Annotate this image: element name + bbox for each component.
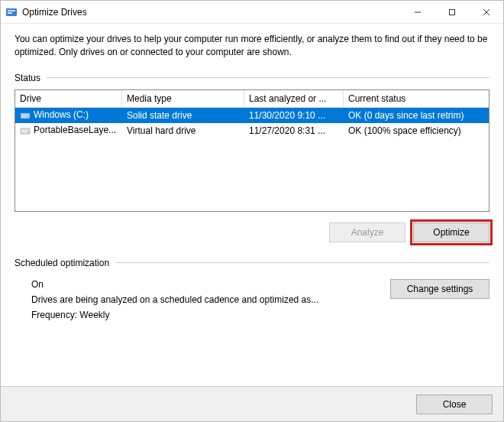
drives-listview[interactable]: Drive Media type Last analyzed or ... Cu… [15,89,489,212]
svg-rect-4 [449,9,454,15]
drive-icon [20,125,31,136]
cell-last: 11/27/2020 8:31 ... [244,125,344,136]
status-button-row: Analyze Optimize [15,222,489,242]
scheduled-detail: Drives are being analyzed on a scheduled… [31,294,390,305]
close-window-button[interactable] [469,1,503,23]
window-title: Optimize Drives [22,7,400,18]
maximize-button[interactable] [435,1,469,23]
svg-rect-9 [21,128,30,134]
col-status[interactable]: Current status [344,90,489,107]
cell-drive: PortableBaseLaye... [15,125,122,136]
scheduled-text: On Drives are being analyzed on a schedu… [31,279,390,320]
footer-bar: Close [1,386,503,421]
cell-media: Virtual hard drive [122,125,244,136]
cell-status: OK (100% space efficiency) [344,125,489,136]
scheduled-buttons: Change settings [390,279,489,320]
change-settings-button[interactable]: Change settings [390,279,489,299]
description-text: You can optimize your drives to help you… [15,33,489,59]
svg-rect-7 [21,113,30,118]
svg-rect-2 [8,12,12,14]
svg-point-8 [27,116,29,118]
drive-name: Windows (C:) [34,109,89,120]
cell-last: 11/30/2020 9:10 ... [244,110,344,121]
listview-header: Drive Media type Last analyzed or ... Cu… [15,90,489,108]
col-last[interactable]: Last analyzed or ... [244,90,344,107]
drive-icon [20,110,31,121]
svg-point-10 [27,131,29,133]
cell-media: Solid state drive [122,110,244,121]
defrag-app-icon [5,6,18,18]
drive-name: PortableBaseLaye... [34,125,116,135]
drive-row[interactable]: Windows (C:) Solid state drive 11/30/202… [15,108,489,123]
titlebar: Optimize Drives [1,1,503,24]
scheduled-label: Scheduled optimization [15,258,109,268]
divider [47,77,489,78]
minimize-button[interactable] [400,1,435,23]
close-button[interactable]: Close [416,394,493,414]
svg-rect-1 [8,10,15,11]
scheduled-group: Scheduled optimization On Drives are bei… [15,258,489,320]
scheduled-group-label: Scheduled optimization [15,258,489,268]
optimize-drives-window: Optimize Drives You can optimize your dr… [0,0,504,422]
divider [115,262,489,263]
cell-status: OK (0 days since last retrim) [344,110,489,121]
status-group-label: Status [15,73,489,83]
window-controls [400,1,503,23]
col-media[interactable]: Media type [122,90,244,107]
drive-row[interactable]: PortableBaseLaye... Virtual hard drive 1… [15,123,489,138]
status-label: Status [15,73,40,83]
cell-drive: Windows (C:) [15,109,122,121]
content-area: You can optimize your drives to help you… [1,24,503,386]
scheduled-body: On Drives are being analyzed on a schedu… [15,274,489,320]
scheduled-frequency: Frequency: Weekly [31,310,390,320]
optimize-button[interactable]: Optimize [413,222,489,242]
analyze-button[interactable]: Analyze [329,222,405,242]
scheduled-state: On [31,279,390,290]
col-drive[interactable]: Drive [15,90,122,107]
